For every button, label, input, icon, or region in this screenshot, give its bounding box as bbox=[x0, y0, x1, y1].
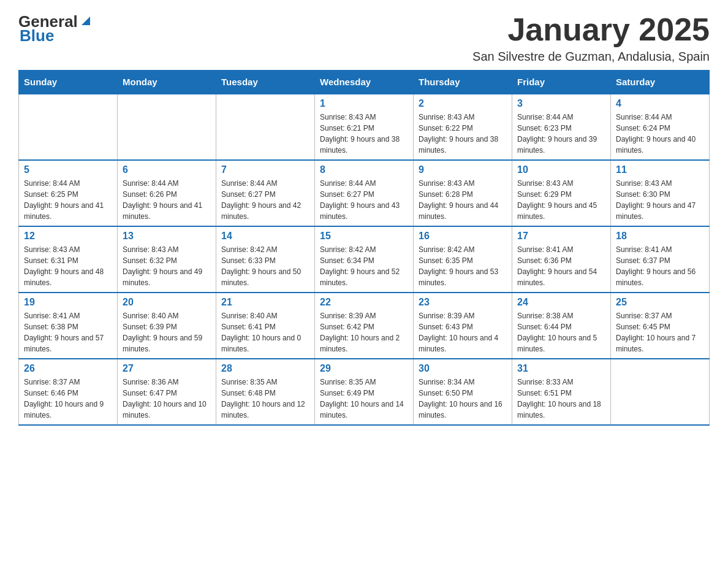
day-number: 7 bbox=[221, 164, 309, 175]
day-info: Sunrise: 8:36 AM Sunset: 6:47 PM Dayligh… bbox=[123, 377, 211, 421]
day-info: Sunrise: 8:34 AM Sunset: 6:50 PM Dayligh… bbox=[419, 377, 507, 421]
day-number: 9 bbox=[419, 164, 507, 175]
day-number: 18 bbox=[616, 231, 704, 242]
day-number: 5 bbox=[24, 164, 112, 175]
calendar-cell: 24Sunrise: 8:38 AM Sunset: 6:44 PM Dayli… bbox=[512, 293, 611, 359]
day-number: 30 bbox=[419, 363, 507, 374]
calendar-cell: 29Sunrise: 8:35 AM Sunset: 6:49 PM Dayli… bbox=[315, 359, 414, 425]
day-number: 16 bbox=[419, 231, 507, 242]
calendar-cell: 2Sunrise: 8:43 AM Sunset: 6:22 PM Daylig… bbox=[414, 94, 512, 160]
day-number: 26 bbox=[24, 363, 112, 374]
calendar-cell: 4Sunrise: 8:44 AM Sunset: 6:24 PM Daylig… bbox=[611, 94, 710, 160]
calendar-cell: 9Sunrise: 8:43 AM Sunset: 6:28 PM Daylig… bbox=[414, 160, 512, 226]
day-info: Sunrise: 8:41 AM Sunset: 6:38 PM Dayligh… bbox=[24, 310, 112, 354]
calendar-cell: 19Sunrise: 8:41 AM Sunset: 6:38 PM Dayli… bbox=[19, 293, 118, 359]
day-number: 4 bbox=[616, 98, 704, 109]
calendar-cell: 13Sunrise: 8:43 AM Sunset: 6:32 PM Dayli… bbox=[118, 226, 216, 293]
day-info: Sunrise: 8:37 AM Sunset: 6:45 PM Dayligh… bbox=[616, 310, 704, 354]
calendar-cell: 7Sunrise: 8:44 AM Sunset: 6:27 PM Daylig… bbox=[216, 160, 315, 226]
day-info: Sunrise: 8:41 AM Sunset: 6:36 PM Dayligh… bbox=[517, 244, 605, 288]
day-info: Sunrise: 8:43 AM Sunset: 6:32 PM Dayligh… bbox=[123, 244, 211, 288]
day-info: Sunrise: 8:39 AM Sunset: 6:43 PM Dayligh… bbox=[419, 310, 507, 354]
day-number: 21 bbox=[221, 297, 309, 308]
calendar-cell: 30Sunrise: 8:34 AM Sunset: 6:50 PM Dayli… bbox=[414, 359, 512, 425]
day-number: 13 bbox=[123, 231, 211, 242]
day-info: Sunrise: 8:44 AM Sunset: 6:23 PM Dayligh… bbox=[517, 112, 605, 156]
day-number: 12 bbox=[24, 231, 112, 242]
day-number: 8 bbox=[320, 164, 408, 175]
day-info: Sunrise: 8:43 AM Sunset: 6:30 PM Dayligh… bbox=[616, 178, 704, 222]
calendar-cell: 31Sunrise: 8:33 AM Sunset: 6:51 PM Dayli… bbox=[512, 359, 611, 425]
calendar-cell: 22Sunrise: 8:39 AM Sunset: 6:42 PM Dayli… bbox=[315, 293, 414, 359]
day-info: Sunrise: 8:35 AM Sunset: 6:49 PM Dayligh… bbox=[320, 377, 408, 421]
calendar-cell: 10Sunrise: 8:43 AM Sunset: 6:29 PM Dayli… bbox=[512, 160, 611, 226]
calendar-cell: 3Sunrise: 8:44 AM Sunset: 6:23 PM Daylig… bbox=[512, 94, 611, 160]
page-header: General Blue January 2025 San Silvestre … bbox=[18, 12, 710, 64]
day-number: 23 bbox=[419, 297, 507, 308]
day-info: Sunrise: 8:43 AM Sunset: 6:28 PM Dayligh… bbox=[419, 178, 507, 222]
day-number: 29 bbox=[320, 363, 408, 374]
day-info: Sunrise: 8:41 AM Sunset: 6:37 PM Dayligh… bbox=[616, 244, 704, 288]
day-info: Sunrise: 8:43 AM Sunset: 6:21 PM Dayligh… bbox=[320, 112, 408, 156]
day-number: 24 bbox=[517, 297, 605, 308]
calendar-cell bbox=[216, 94, 315, 160]
calendar-header-tuesday: Tuesday bbox=[216, 71, 315, 94]
calendar-header-row: SundayMondayTuesdayWednesdayThursdayFrid… bbox=[19, 71, 710, 94]
day-number: 11 bbox=[616, 164, 704, 175]
day-number: 27 bbox=[123, 363, 211, 374]
day-number: 19 bbox=[24, 297, 112, 308]
day-number: 3 bbox=[517, 98, 605, 109]
day-info: Sunrise: 8:40 AM Sunset: 6:41 PM Dayligh… bbox=[221, 310, 309, 354]
calendar-cell: 1Sunrise: 8:43 AM Sunset: 6:21 PM Daylig… bbox=[315, 94, 414, 160]
day-number: 17 bbox=[517, 231, 605, 242]
calendar-cell: 15Sunrise: 8:42 AM Sunset: 6:34 PM Dayli… bbox=[315, 226, 414, 293]
day-info: Sunrise: 8:38 AM Sunset: 6:44 PM Dayligh… bbox=[517, 310, 605, 354]
calendar-cell: 25Sunrise: 8:37 AM Sunset: 6:45 PM Dayli… bbox=[611, 293, 710, 359]
day-info: Sunrise: 8:42 AM Sunset: 6:33 PM Dayligh… bbox=[221, 244, 309, 288]
logo: General Blue bbox=[18, 12, 93, 45]
day-info: Sunrise: 8:39 AM Sunset: 6:42 PM Dayligh… bbox=[320, 310, 408, 354]
calendar-week-4: 19Sunrise: 8:41 AM Sunset: 6:38 PM Dayli… bbox=[19, 293, 710, 359]
day-info: Sunrise: 8:44 AM Sunset: 6:27 PM Dayligh… bbox=[320, 178, 408, 222]
day-info: Sunrise: 8:33 AM Sunset: 6:51 PM Dayligh… bbox=[517, 377, 605, 421]
calendar-header-monday: Monday bbox=[118, 71, 216, 94]
day-info: Sunrise: 8:42 AM Sunset: 6:35 PM Dayligh… bbox=[419, 244, 507, 288]
calendar-week-2: 5Sunrise: 8:44 AM Sunset: 6:25 PM Daylig… bbox=[19, 160, 710, 226]
calendar-cell: 6Sunrise: 8:44 AM Sunset: 6:26 PM Daylig… bbox=[118, 160, 216, 226]
calendar-cell: 12Sunrise: 8:43 AM Sunset: 6:31 PM Dayli… bbox=[19, 226, 118, 293]
day-info: Sunrise: 8:43 AM Sunset: 6:22 PM Dayligh… bbox=[419, 112, 507, 156]
day-info: Sunrise: 8:37 AM Sunset: 6:46 PM Dayligh… bbox=[24, 377, 112, 421]
calendar-cell: 16Sunrise: 8:42 AM Sunset: 6:35 PM Dayli… bbox=[414, 226, 512, 293]
calendar-cell: 11Sunrise: 8:43 AM Sunset: 6:30 PM Dayli… bbox=[611, 160, 710, 226]
calendar-header-friday: Friday bbox=[512, 71, 611, 94]
logo-triangle-icon bbox=[79, 14, 93, 28]
day-number: 10 bbox=[517, 164, 605, 175]
day-number: 20 bbox=[123, 297, 211, 308]
title-block: January 2025 San Silvestre de Guzman, An… bbox=[472, 12, 710, 64]
calendar-header-saturday: Saturday bbox=[611, 71, 710, 94]
calendar-cell bbox=[611, 359, 710, 425]
calendar-cell: 17Sunrise: 8:41 AM Sunset: 6:36 PM Dayli… bbox=[512, 226, 611, 293]
day-info: Sunrise: 8:40 AM Sunset: 6:39 PM Dayligh… bbox=[123, 310, 211, 354]
calendar-header-sunday: Sunday bbox=[19, 71, 118, 94]
day-info: Sunrise: 8:44 AM Sunset: 6:27 PM Dayligh… bbox=[221, 178, 309, 222]
day-number: 14 bbox=[221, 231, 309, 242]
calendar-week-5: 26Sunrise: 8:37 AM Sunset: 6:46 PM Dayli… bbox=[19, 359, 710, 425]
day-number: 22 bbox=[320, 297, 408, 308]
day-info: Sunrise: 8:43 AM Sunset: 6:31 PM Dayligh… bbox=[24, 244, 112, 288]
day-number: 2 bbox=[419, 98, 507, 109]
calendar-week-1: 1Sunrise: 8:43 AM Sunset: 6:21 PM Daylig… bbox=[19, 94, 710, 160]
day-info: Sunrise: 8:43 AM Sunset: 6:29 PM Dayligh… bbox=[517, 178, 605, 222]
day-number: 25 bbox=[616, 297, 704, 308]
svg-marker-0 bbox=[82, 17, 90, 25]
day-number: 31 bbox=[517, 363, 605, 374]
calendar-table: SundayMondayTuesdayWednesdayThursdayFrid… bbox=[18, 70, 710, 426]
calendar-cell: 28Sunrise: 8:35 AM Sunset: 6:48 PM Dayli… bbox=[216, 359, 315, 425]
calendar-cell bbox=[19, 94, 118, 160]
day-info: Sunrise: 8:42 AM Sunset: 6:34 PM Dayligh… bbox=[320, 244, 408, 288]
day-info: Sunrise: 8:44 AM Sunset: 6:26 PM Dayligh… bbox=[123, 178, 211, 222]
calendar-cell: 8Sunrise: 8:44 AM Sunset: 6:27 PM Daylig… bbox=[315, 160, 414, 226]
calendar-cell: 21Sunrise: 8:40 AM Sunset: 6:41 PM Dayli… bbox=[216, 293, 315, 359]
calendar-cell: 27Sunrise: 8:36 AM Sunset: 6:47 PM Dayli… bbox=[118, 359, 216, 425]
day-number: 1 bbox=[320, 98, 408, 109]
